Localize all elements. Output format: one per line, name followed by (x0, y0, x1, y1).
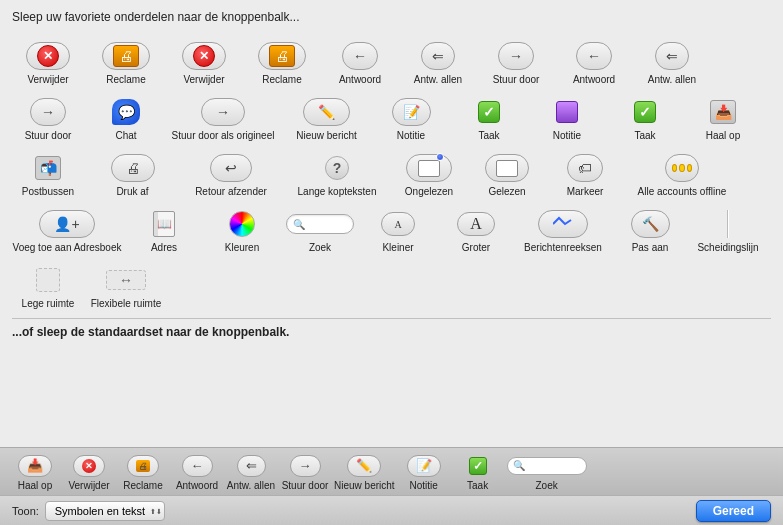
bottom-tool-haal-op[interactable]: 📥 Haal op (10, 453, 60, 491)
red-circle-icon-sm: ✕ (73, 455, 105, 477)
tool-postbussen[interactable]: 📬 Postbussen (12, 146, 84, 198)
tool-scheidingslijn[interactable]: Scheidingslijn (692, 202, 764, 254)
tool-label: Taak (478, 130, 499, 142)
tool-stuur-door2[interactable]: → Stuur door (12, 90, 84, 142)
tag-icon: 🏷 (578, 160, 592, 176)
bottom-tool-reclame[interactable]: 🖨 Reclame (118, 453, 168, 491)
tool-lange-kopteksten[interactable]: ? Lange kopteksten (287, 146, 387, 198)
tool-chat[interactable]: 💬 Chat (90, 90, 162, 142)
tool-label: Antw. allen (414, 74, 462, 86)
toolbar-grid: Verwijder 🖨 Reclame Verwijder 🖨 Reclame … (12, 34, 771, 310)
toon-select[interactable]: Symbolen en tekst (45, 501, 165, 521)
antw-allen-icon-sm: ⇐ (237, 455, 266, 477)
section-divider (12, 318, 771, 319)
chat-icon: 💬 (112, 99, 140, 125)
note-icon: 📝 (403, 104, 420, 120)
red-circle-icon (193, 45, 215, 67)
tool-ongelezen[interactable]: Ongelezen (393, 146, 465, 198)
flex-spacer-icon (106, 270, 146, 290)
red-circle-icon (37, 45, 59, 67)
print-icon: 🖨 (126, 160, 140, 176)
tool-taak2[interactable]: ✓ Taak (609, 90, 681, 142)
tool-reclame2[interactable]: 🖨 Reclame (246, 34, 318, 86)
tool-voeg-adresboek[interactable]: 👤+ Voeg toe aan Adresboek (12, 202, 122, 254)
bottom-tool-antw-allen[interactable]: ⇐ Antw. allen (226, 453, 276, 491)
tool-groter[interactable]: A Groter (440, 202, 512, 254)
tool-stuur-origineel[interactable]: → Stuur door als origineel (168, 90, 278, 142)
bottom-tool-stuur-door[interactable]: → Stuur door (280, 453, 330, 491)
tool-label: Notitie (397, 130, 425, 142)
tool-reclame1[interactable]: 🖨 Reclame (90, 34, 162, 86)
tool-label: Antw. allen (648, 74, 696, 86)
checkmark-icon: ✓ (478, 101, 500, 123)
tool-kleiner[interactable]: A Kleiner (362, 202, 434, 254)
tool-label: Ongelezen (405, 186, 453, 198)
tool-antwoord1[interactable]: ← Antwoord (324, 34, 396, 86)
tool-pas-aan[interactable]: 🔨 Pas aan (614, 202, 686, 254)
arrow-left-icon: ← (353, 48, 367, 64)
tool-adres[interactable]: 📖 Adres (128, 202, 200, 254)
tool-label: Stuur door als origineel (172, 130, 275, 142)
footer-instruction: ...of sleep de standaardset naar de knop… (12, 325, 771, 339)
tool-stuur-door1[interactable]: → Stuur door (480, 34, 552, 86)
tool-label: Alle accounts offline (638, 186, 727, 198)
tool-zoek[interactable]: 🔍 Zoek (284, 202, 356, 254)
bottom-tool-zoek[interactable]: 🔍 Zoek (507, 453, 587, 491)
tool-flexibele-ruimte[interactable]: Flexibele ruimte (90, 258, 162, 310)
tool-nieuw-bericht[interactable]: ✏️ Nieuw bericht (284, 90, 369, 142)
tool-haal-op[interactable]: 📥 Haal op (687, 90, 759, 142)
bottom-tool-notitie[interactable]: 📝 Notitie (399, 453, 449, 491)
spacer-icon (36, 268, 60, 292)
tool-label: Reclame (106, 74, 145, 86)
arrow-right-icon: → (41, 104, 55, 120)
gereed-button[interactable]: Gereed (696, 500, 771, 522)
arrows-left-icon: ⇐ (666, 48, 678, 64)
hammer-icon: 🔨 (642, 216, 659, 232)
bottom-tool-label: Antw. allen (227, 480, 275, 491)
message-threads-icon (553, 216, 573, 232)
tool-label: Postbussen (22, 186, 74, 198)
bottom-tool-antwoord[interactable]: ← Antwoord (172, 453, 222, 491)
tool-lege-ruimte[interactable]: Lege ruimte (12, 258, 84, 310)
tool-gelezen[interactable]: Gelezen (471, 146, 543, 198)
separator-icon (727, 210, 729, 238)
bottom-tool-label: Antwoord (176, 480, 218, 491)
bottom-tool-label: Zoek (535, 480, 557, 491)
add-address-icon: 👤+ (54, 216, 79, 232)
tool-notitie2[interactable]: Notitie (531, 90, 603, 142)
reclame-icon-sm: 🖨 (127, 455, 159, 477)
toon-select-wrapper[interactable]: Symbolen en tekst (45, 501, 165, 521)
tool-taak1[interactable]: ✓ Taak (453, 90, 525, 142)
tool-label: Stuur door (25, 130, 72, 142)
unread-icon (417, 156, 441, 180)
tool-label: Groter (462, 242, 490, 254)
tool-alle-accounts[interactable]: Alle accounts offline (627, 146, 737, 198)
tool-kleuren[interactable]: Kleuren (206, 202, 278, 254)
tool-markeer[interactable]: 🏷 Markeer (549, 146, 621, 198)
tool-berichtenreeksen[interactable]: Berichtenreeksen (518, 202, 608, 254)
tool-label: Antwoord (339, 74, 381, 86)
bottom-tool-nieuw-bericht[interactable]: ✏️ Nieuw bericht (334, 453, 395, 491)
tool-label: Haal op (706, 130, 740, 142)
bottom-tool-label: Verwijder (68, 480, 109, 491)
arrow-right-icon: → (509, 48, 523, 64)
tool-label: Gelezen (488, 186, 525, 198)
tool-druk-af[interactable]: 🖨 Druk af (90, 146, 175, 198)
orange-printer-icon: 🖨 (113, 45, 139, 67)
tool-antw-allen2[interactable]: ⇐ Antw. allen (636, 34, 708, 86)
tool-label: Zoek (309, 242, 331, 254)
bottom-tool-label: Nieuw bericht (334, 480, 395, 491)
toon-wrapper: Toon: Symbolen en tekst (12, 501, 165, 521)
tool-verwijder2[interactable]: Verwijder (168, 34, 240, 86)
tool-antwoord2[interactable]: ← Antwoord (558, 34, 630, 86)
text-larger-icon: A (457, 212, 495, 236)
accounts-offline-icon (665, 154, 699, 182)
tool-antw-allen1[interactable]: ⇐ Antw. allen (402, 34, 474, 86)
get-mail-icon: 📥 (710, 100, 736, 124)
tool-verwijder1[interactable]: Verwijder (12, 34, 84, 86)
bottom-tool-taak[interactable]: ✓ Taak (453, 453, 503, 491)
tool-retour[interactable]: ↩ Retour afzender (181, 146, 281, 198)
tool-notitie1[interactable]: 📝 Notitie (375, 90, 447, 142)
bottom-tool-verwijder[interactable]: ✕ Verwijder (64, 453, 114, 491)
bottom-tool-label: Taak (467, 480, 488, 491)
